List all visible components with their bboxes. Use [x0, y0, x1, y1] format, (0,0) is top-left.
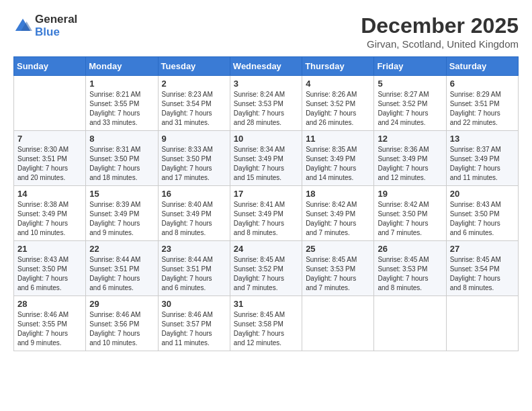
day-number: 23 [162, 244, 226, 254]
calendar-cell: 9Sunrise: 8:33 AM Sunset: 3:50 PM Daylig… [158, 131, 230, 186]
day-info: Sunrise: 8:31 AM Sunset: 3:50 PM Dayligh… [89, 145, 154, 183]
day-number: 20 [450, 189, 515, 199]
calendar-cell: 10Sunrise: 8:34 AM Sunset: 3:49 PM Dayli… [230, 131, 302, 186]
day-info: Sunrise: 8:35 AM Sunset: 3:49 PM Dayligh… [306, 145, 370, 183]
calendar-cell: 15Sunrise: 8:39 AM Sunset: 3:49 PM Dayli… [86, 186, 158, 241]
day-number: 19 [378, 189, 442, 199]
day-info: Sunrise: 8:39 AM Sunset: 3:49 PM Dayligh… [89, 200, 154, 238]
day-info: Sunrise: 8:45 AM Sunset: 3:53 PM Dayligh… [306, 255, 370, 293]
day-info: Sunrise: 8:44 AM Sunset: 3:51 PM Dayligh… [162, 255, 226, 293]
calendar-cell: 2Sunrise: 8:23 AM Sunset: 3:54 PM Daylig… [158, 76, 230, 131]
column-header-tuesday: Tuesday [158, 57, 230, 76]
day-info: Sunrise: 8:45 AM Sunset: 3:52 PM Dayligh… [234, 255, 298, 293]
day-info: Sunrise: 8:41 AM Sunset: 3:49 PM Dayligh… [234, 200, 298, 238]
day-number: 12 [378, 134, 442, 144]
day-number: 5 [378, 79, 442, 89]
day-info: Sunrise: 8:45 AM Sunset: 3:58 PM Dayligh… [234, 310, 298, 348]
day-info: Sunrise: 8:24 AM Sunset: 3:53 PM Dayligh… [234, 90, 298, 128]
calendar-week-row: 21Sunrise: 8:43 AM Sunset: 3:50 PM Dayli… [14, 241, 519, 296]
calendar-cell: 27Sunrise: 8:45 AM Sunset: 3:54 PM Dayli… [446, 241, 518, 296]
calendar-cell: 22Sunrise: 8:44 AM Sunset: 3:51 PM Dayli… [86, 241, 158, 296]
day-number: 18 [306, 189, 370, 199]
day-number: 21 [17, 244, 82, 254]
day-number: 1 [89, 79, 154, 89]
day-info: Sunrise: 8:42 AM Sunset: 3:49 PM Dayligh… [306, 200, 370, 238]
day-number: 16 [162, 189, 226, 199]
day-number: 4 [306, 79, 370, 89]
column-header-sunday: Sunday [14, 57, 86, 76]
calendar-week-row: 28Sunrise: 8:46 AM Sunset: 3:55 PM Dayli… [14, 296, 519, 351]
day-number: 24 [234, 244, 298, 254]
calendar-week-row: 7Sunrise: 8:30 AM Sunset: 3:51 PM Daylig… [14, 131, 519, 186]
day-info: Sunrise: 8:33 AM Sunset: 3:50 PM Dayligh… [162, 145, 226, 183]
calendar-cell: 18Sunrise: 8:42 AM Sunset: 3:49 PM Dayli… [302, 186, 374, 241]
calendar-cell: 13Sunrise: 8:37 AM Sunset: 3:49 PM Dayli… [446, 131, 518, 186]
calendar-cell: 14Sunrise: 8:38 AM Sunset: 3:49 PM Dayli… [14, 186, 86, 241]
day-number: 22 [89, 244, 154, 254]
logo-general: General [35, 13, 77, 26]
calendar-cell: 4Sunrise: 8:26 AM Sunset: 3:52 PM Daylig… [302, 76, 374, 131]
calendar-week-row: 1Sunrise: 8:21 AM Sunset: 3:55 PM Daylig… [14, 76, 519, 131]
calendar-cell: 19Sunrise: 8:42 AM Sunset: 3:50 PM Dayli… [374, 186, 446, 241]
calendar-cell: 29Sunrise: 8:46 AM Sunset: 3:56 PM Dayli… [86, 296, 158, 351]
column-header-monday: Monday [86, 57, 158, 76]
calendar-week-row: 14Sunrise: 8:38 AM Sunset: 3:49 PM Dayli… [14, 186, 519, 241]
day-number: 3 [234, 79, 298, 89]
day-info: Sunrise: 8:38 AM Sunset: 3:49 PM Dayligh… [17, 200, 82, 238]
calendar-cell: 24Sunrise: 8:45 AM Sunset: 3:52 PM Dayli… [230, 241, 302, 296]
day-number: 6 [450, 79, 515, 89]
day-number: 9 [162, 134, 226, 144]
calendar-cell: 8Sunrise: 8:31 AM Sunset: 3:50 PM Daylig… [86, 131, 158, 186]
column-header-saturday: Saturday [446, 57, 518, 76]
day-number: 11 [306, 134, 370, 144]
day-number: 25 [306, 244, 370, 254]
day-info: Sunrise: 8:36 AM Sunset: 3:49 PM Dayligh… [378, 145, 442, 183]
day-info: Sunrise: 8:37 AM Sunset: 3:49 PM Dayligh… [450, 145, 515, 183]
logo-icon [13, 17, 32, 36]
day-number: 7 [17, 134, 82, 144]
calendar-cell: 3Sunrise: 8:24 AM Sunset: 3:53 PM Daylig… [230, 76, 302, 131]
day-number: 8 [89, 134, 154, 144]
day-number: 14 [17, 189, 82, 199]
day-number: 28 [17, 299, 82, 309]
column-header-wednesday: Wednesday [230, 57, 302, 76]
day-number: 30 [162, 299, 226, 309]
calendar-cell: 30Sunrise: 8:46 AM Sunset: 3:57 PM Dayli… [158, 296, 230, 351]
page-title: December 2025 [361, 13, 519, 38]
day-number: 26 [378, 244, 442, 254]
calendar-cell [374, 296, 446, 351]
day-info: Sunrise: 8:45 AM Sunset: 3:53 PM Dayligh… [378, 255, 442, 293]
calendar-cell: 26Sunrise: 8:45 AM Sunset: 3:53 PM Dayli… [374, 241, 446, 296]
calendar-cell: 20Sunrise: 8:43 AM Sunset: 3:50 PM Dayli… [446, 186, 518, 241]
calendar-cell: 5Sunrise: 8:27 AM Sunset: 3:52 PM Daylig… [374, 76, 446, 131]
logo-blue: Blue [35, 26, 77, 39]
day-info: Sunrise: 8:44 AM Sunset: 3:51 PM Dayligh… [89, 255, 154, 293]
calendar-cell: 31Sunrise: 8:45 AM Sunset: 3:58 PM Dayli… [230, 296, 302, 351]
day-info: Sunrise: 8:30 AM Sunset: 3:51 PM Dayligh… [17, 145, 82, 183]
day-number: 17 [234, 189, 298, 199]
day-info: Sunrise: 8:23 AM Sunset: 3:54 PM Dayligh… [162, 90, 226, 128]
calendar-cell: 28Sunrise: 8:46 AM Sunset: 3:55 PM Dayli… [14, 296, 86, 351]
day-info: Sunrise: 8:43 AM Sunset: 3:50 PM Dayligh… [450, 200, 515, 238]
day-number: 2 [162, 79, 226, 89]
column-header-thursday: Thursday [302, 57, 374, 76]
title-area: December 2025 Girvan, Scotland, United K… [361, 13, 519, 50]
day-number: 31 [234, 299, 298, 309]
calendar-cell: 11Sunrise: 8:35 AM Sunset: 3:49 PM Dayli… [302, 131, 374, 186]
calendar-cell [446, 296, 518, 351]
calendar-cell: 17Sunrise: 8:41 AM Sunset: 3:49 PM Dayli… [230, 186, 302, 241]
day-number: 13 [450, 134, 515, 144]
calendar-cell: 1Sunrise: 8:21 AM Sunset: 3:55 PM Daylig… [86, 76, 158, 131]
day-info: Sunrise: 8:29 AM Sunset: 3:51 PM Dayligh… [450, 90, 515, 128]
day-info: Sunrise: 8:27 AM Sunset: 3:52 PM Dayligh… [378, 90, 442, 128]
day-info: Sunrise: 8:40 AM Sunset: 3:49 PM Dayligh… [162, 200, 226, 238]
day-number: 27 [450, 244, 515, 254]
logo: General Blue [13, 13, 77, 38]
day-info: Sunrise: 8:42 AM Sunset: 3:50 PM Dayligh… [378, 200, 442, 238]
day-number: 10 [234, 134, 298, 144]
calendar-cell: 12Sunrise: 8:36 AM Sunset: 3:49 PM Dayli… [374, 131, 446, 186]
calendar-cell: 25Sunrise: 8:45 AM Sunset: 3:53 PM Dayli… [302, 241, 374, 296]
calendar-cell: 7Sunrise: 8:30 AM Sunset: 3:51 PM Daylig… [14, 131, 86, 186]
calendar-cell: 23Sunrise: 8:44 AM Sunset: 3:51 PM Dayli… [158, 241, 230, 296]
calendar-cell: 21Sunrise: 8:43 AM Sunset: 3:50 PM Dayli… [14, 241, 86, 296]
